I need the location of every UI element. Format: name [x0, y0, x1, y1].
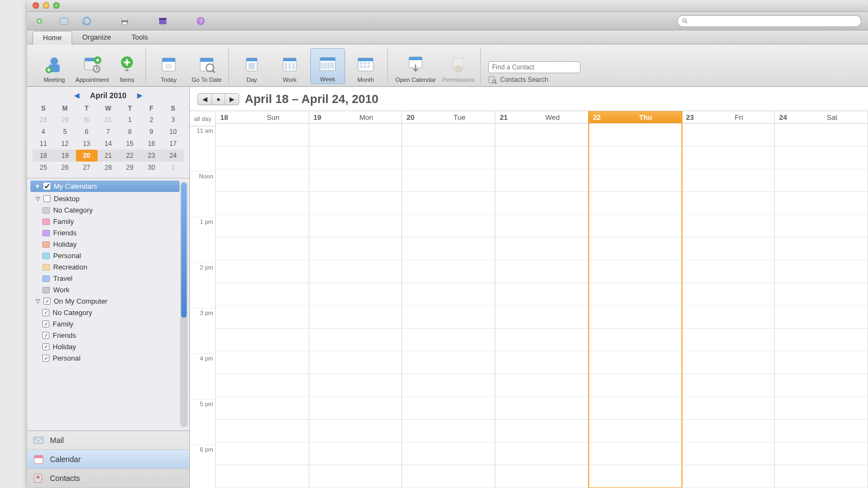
day-header[interactable]: 23Fri [682, 111, 775, 124]
time-slot[interactable] [589, 124, 681, 146]
time-slot[interactable] [216, 146, 309, 169]
time-slot[interactable] [682, 283, 775, 306]
day-column[interactable]: 23Fri [682, 111, 775, 488]
my-day-icon[interactable] [155, 15, 170, 28]
time-slot[interactable] [775, 397, 867, 420]
minical-day[interactable]: 20 [76, 150, 98, 162]
find-contact-input[interactable] [488, 61, 580, 73]
group-checkbox[interactable]: ✓ [43, 298, 50, 305]
time-slot[interactable] [216, 124, 309, 146]
time-slot[interactable] [216, 306, 309, 329]
tab-tools[interactable]: Tools [121, 30, 158, 44]
calendar-item[interactable]: Family [30, 216, 180, 227]
open-calendar-button[interactable]: Open Calendar [393, 48, 438, 84]
time-slot[interactable] [309, 420, 402, 442]
minical-day[interactable]: 7 [98, 126, 119, 138]
minical-day[interactable]: 11 [33, 138, 54, 150]
minical-day[interactable]: 10 [162, 126, 184, 138]
time-slot[interactable] [589, 420, 681, 442]
time-slot[interactable] [309, 146, 402, 169]
time-slot[interactable] [216, 192, 309, 215]
day-column[interactable]: 21Wed [495, 111, 589, 488]
minical-day[interactable]: 31 [98, 114, 119, 126]
time-slot[interactable] [216, 442, 309, 465]
minical-day[interactable]: 27 [76, 162, 98, 174]
contacts-search-button[interactable]: Contacts Search [488, 75, 580, 84]
new-item-icon[interactable] [56, 15, 72, 28]
time-slot[interactable] [682, 420, 775, 442]
minical-day[interactable]: 28 [33, 114, 54, 126]
time-slot[interactable] [309, 306, 402, 329]
calendar-checkbox[interactable]: ✓ [42, 355, 49, 362]
calendar-item[interactable]: Recreation [30, 261, 180, 273]
appointment-button[interactable]: Appointment [75, 48, 110, 84]
window-minimize-button[interactable] [43, 2, 49, 9]
time-slot[interactable] [495, 420, 588, 442]
day-view-button[interactable]: Day [234, 48, 269, 84]
time-slot[interactable] [682, 215, 775, 237]
time-slot[interactable] [682, 465, 775, 488]
time-slot[interactable] [309, 465, 402, 488]
time-slot[interactable] [495, 283, 588, 306]
time-slot[interactable] [309, 374, 402, 397]
help-icon[interactable]: ? [193, 15, 208, 28]
meeting-button[interactable]: Meeting [37, 48, 72, 84]
minical-day[interactable]: 26 [54, 162, 76, 174]
time-slot[interactable] [495, 192, 588, 215]
time-slot[interactable] [216, 420, 309, 442]
time-slot[interactable] [682, 397, 775, 420]
minical-day[interactable]: 24 [162, 150, 184, 162]
time-slot[interactable] [589, 374, 681, 397]
minical-day[interactable]: 30 [141, 162, 162, 174]
time-slot[interactable] [495, 215, 588, 237]
calendar-item[interactable]: ✓Holiday [30, 341, 180, 352]
time-slot[interactable] [402, 169, 495, 192]
my-calendars-header[interactable]: ▼My Calendars [30, 181, 180, 192]
time-slot[interactable] [775, 442, 867, 465]
time-slot[interactable] [682, 351, 775, 374]
minical-day[interactable]: 15 [119, 138, 141, 150]
week-view-button[interactable]: Week [310, 48, 345, 84]
time-slot[interactable] [682, 442, 775, 465]
minical-day[interactable]: 19 [54, 150, 76, 162]
time-slot[interactable] [402, 442, 495, 465]
minical-day[interactable]: 1 [162, 162, 184, 174]
time-slot[interactable] [402, 124, 495, 146]
time-slot[interactable] [495, 124, 588, 146]
time-slot[interactable] [309, 351, 402, 374]
time-slot[interactable] [589, 329, 681, 351]
time-slot[interactable] [775, 237, 867, 260]
time-slot[interactable] [309, 237, 402, 260]
time-slot[interactable] [775, 283, 867, 306]
calendar-item[interactable]: Work [30, 284, 180, 296]
time-slot[interactable] [682, 260, 775, 283]
minical-next[interactable]: ▶ [134, 92, 145, 99]
minical-day[interactable]: 2 [141, 114, 162, 126]
search-box[interactable] [677, 15, 861, 27]
time-slot[interactable] [495, 351, 588, 374]
minical-day[interactable]: 14 [98, 138, 119, 150]
nav-contacts[interactable]: Contacts [27, 469, 189, 488]
time-slot[interactable] [402, 260, 495, 283]
time-slot[interactable] [775, 169, 867, 192]
time-slot[interactable] [216, 351, 309, 374]
day-column[interactable]: 19Mon [309, 111, 403, 488]
minical-prev[interactable]: ◀ [71, 92, 82, 99]
day-header[interactable]: 18Sun [216, 111, 309, 124]
time-slot[interactable] [495, 442, 588, 465]
today-button[interactable]: Today [151, 48, 186, 84]
time-slot[interactable] [216, 397, 309, 420]
time-slot[interactable] [216, 465, 309, 488]
day-column[interactable]: 24Sat [775, 111, 868, 488]
minical-day[interactable]: 30 [76, 114, 98, 126]
minical-day[interactable]: 12 [54, 138, 76, 150]
work-view-button[interactable]: Work [272, 48, 307, 84]
time-slot[interactable] [589, 260, 681, 283]
time-slot[interactable] [682, 124, 775, 146]
minical-day[interactable]: 16 [141, 138, 162, 150]
time-slot[interactable] [402, 465, 495, 488]
minical-day[interactable]: 22 [119, 150, 141, 162]
time-slot[interactable] [589, 397, 681, 420]
time-slot[interactable] [775, 420, 867, 442]
time-slot[interactable] [589, 169, 681, 192]
